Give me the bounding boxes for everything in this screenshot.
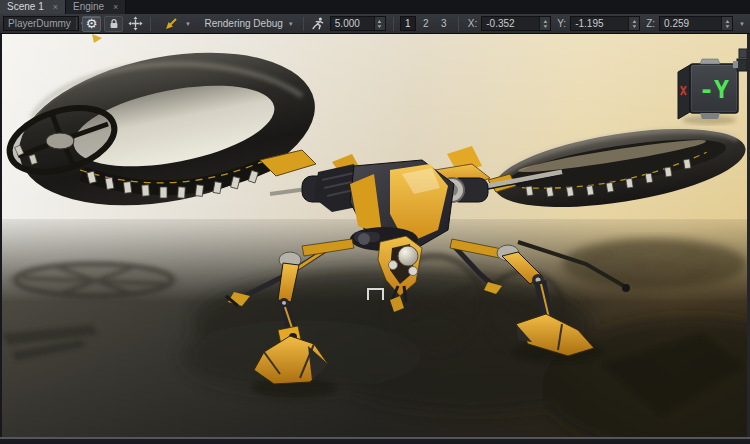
x-coordinate-value: -0.352 <box>482 18 539 29</box>
move-icon <box>128 16 143 31</box>
toolbar-right-group: Rendering Debug ▼ 5.000 ▲ ▼ 1 2 3 <box>200 16 747 32</box>
tab-scene-1-label: Scene 1 <box>7 2 44 12</box>
goto-arrow-icon <box>165 17 178 30</box>
close-icon[interactable]: × <box>113 2 118 12</box>
x-coordinate-label: X: <box>468 18 477 29</box>
spinner-arrows[interactable]: ▲ ▼ <box>374 17 385 30</box>
toolbar-separator <box>150 17 151 31</box>
toolbar-separator <box>458 17 459 31</box>
toolbar-overflow-icon[interactable]: ▼ <box>739 21 745 27</box>
view-mode-dropdown[interactable]: Rendering Debug ▼ <box>200 18 297 29</box>
chevron-down-icon: ▼ <box>288 21 294 27</box>
move-tool-button[interactable] <box>126 16 145 32</box>
spin-down-icon[interactable]: ▼ <box>631 24 637 29</box>
y-coordinate-value: -1.195 <box>571 18 628 29</box>
layout-button-1[interactable]: 1 <box>400 16 416 31</box>
axis-gizmo-label[interactable]: -Y <box>699 75 729 104</box>
tab-engine[interactable]: Engine × <box>66 0 126 14</box>
spin-down-icon[interactable]: ▼ <box>724 24 730 29</box>
scene-render: -Y <box>2 34 747 437</box>
layout-button-2[interactable]: 2 <box>418 16 434 31</box>
spinner-arrows[interactable]: ▲ ▼ <box>539 17 550 30</box>
viewport-frame-edge <box>0 439 750 443</box>
lock-icon <box>109 18 119 29</box>
goto-selection-button[interactable] <box>162 16 181 32</box>
z-coordinate-value: 0.259 <box>660 18 721 29</box>
entity-dropdown[interactable]: PlayerDummy ▼ <box>3 16 79 31</box>
toolbar-separator <box>303 17 304 31</box>
settings-button[interactable]: ⚙ <box>82 16 101 32</box>
spinner-arrows[interactable]: ▲ ▼ <box>721 17 732 30</box>
close-icon[interactable]: × <box>53 2 58 12</box>
chevron-down-icon[interactable]: ▼ <box>185 21 191 27</box>
toolbar-separator <box>393 17 394 31</box>
speed-value: 5.000 <box>331 18 374 29</box>
engine-editor-window: Scene 1 × Engine × PlayerDummy ▼ ⚙ <box>0 0 750 444</box>
gear-icon: ⚙ <box>86 17 98 30</box>
y-coordinate-field[interactable]: -1.195 ▲ ▼ <box>570 16 640 31</box>
spin-down-icon[interactable]: ▼ <box>542 24 548 29</box>
runner-icon <box>312 17 325 30</box>
layout-button-3[interactable]: 3 <box>436 16 452 31</box>
tab-engine-label: Engine <box>73 2 104 12</box>
spinner-arrows[interactable]: ▲ ▼ <box>628 17 639 30</box>
view-mode-value: Rendering Debug <box>204 18 282 29</box>
tab-bar: Scene 1 × Engine × <box>0 0 750 14</box>
y-coordinate-label: Y: <box>557 18 566 29</box>
tab-scene-1[interactable]: Scene 1 × <box>0 0 66 14</box>
viewport-3d[interactable]: -Y <box>0 34 750 437</box>
lock-button[interactable] <box>104 16 123 32</box>
entity-dropdown-value: PlayerDummy <box>8 18 71 29</box>
spin-down-icon[interactable]: ▼ <box>377 24 383 29</box>
z-coordinate-label: Z: <box>646 18 655 29</box>
viewport-toolbar: PlayerDummy ▼ ⚙ ▼ Renderin <box>0 14 750 34</box>
speed-button[interactable] <box>309 16 328 32</box>
speed-field[interactable]: 5.000 ▲ ▼ <box>330 16 386 31</box>
x-coordinate-field[interactable]: -0.352 ▲ ▼ <box>481 16 551 31</box>
z-coordinate-field[interactable]: 0.259 ▲ ▼ <box>659 16 733 31</box>
